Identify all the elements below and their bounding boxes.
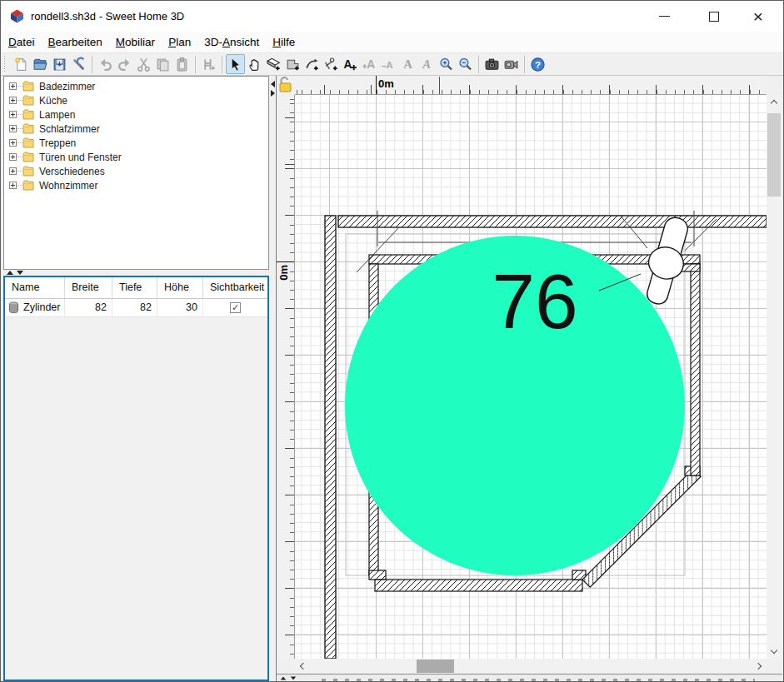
- plan-vertical-scrollbar[interactable]: [767, 95, 782, 659]
- furniture-catalog-tree[interactable]: BadezimmerKücheLampenSchlafzimmerTreppen…: [3, 76, 269, 270]
- menu-plan[interactable]: Plan: [162, 33, 197, 51]
- video-button[interactable]: [502, 54, 521, 74]
- scroll-right-button[interactable]: [752, 659, 767, 674]
- maximize-button[interactable]: [695, 1, 733, 32]
- horizontal-ruler: 0m: [295, 76, 767, 95]
- folder-icon: [22, 166, 34, 177]
- expand-plus-icon[interactable]: [9, 167, 17, 175]
- copy-icon: [155, 57, 171, 72]
- copy-button[interactable]: [153, 54, 172, 74]
- svg-text:A: A: [422, 57, 431, 71]
- column-header-höhe[interactable]: Höhe: [157, 277, 203, 298]
- column-header-breite[interactable]: Breite: [65, 277, 112, 298]
- room-label[interactable]: 76: [492, 258, 577, 345]
- split-collapse-down-icon[interactable]: [17, 271, 23, 275]
- close-button[interactable]: ×: [739, 1, 777, 32]
- catalog-category-lampen[interactable]: Lampen: [4, 107, 268, 122]
- add-text-button[interactable]: A: [341, 54, 360, 74]
- create-walls-button[interactable]: [264, 54, 283, 74]
- split-collapse-down-icon[interactable]: [291, 676, 296, 680]
- photo-button[interactable]: [482, 54, 502, 74]
- furniture-list-panel[interactable]: NameBreiteTiefeHöheSichtbarkeit Zylinder…: [3, 276, 269, 681]
- vertical-scroll-thumb[interactable]: [767, 113, 781, 197]
- minimize-button[interactable]: [645, 1, 683, 32]
- open-folder-button[interactable]: [31, 54, 50, 74]
- menu-datei[interactable]: Datei: [2, 33, 41, 51]
- horizontal-scroll-thumb[interactable]: [417, 660, 454, 673]
- tree-connector: [17, 185, 22, 186]
- chevron-right-icon: [755, 663, 762, 670]
- scroll-left-button[interactable]: [295, 659, 309, 674]
- italic-button[interactable]: A: [417, 54, 437, 74]
- split-collapse-up-icon[interactable]: [7, 271, 13, 275]
- paste-button[interactable]: [172, 54, 192, 74]
- cut-button[interactable]: [134, 54, 153, 74]
- menu-3d-ansicht[interactable]: 3D-Ansicht: [198, 33, 265, 51]
- category-label: Badezimmer: [39, 81, 95, 92]
- save-button[interactable]: [50, 54, 69, 74]
- furniture-table-header: NameBreiteTiefeHöheSichtbarkeit: [5, 277, 267, 299]
- scroll-down-button[interactable]: [767, 645, 782, 659]
- split-collapse-left-icon[interactable]: [271, 81, 275, 87]
- create-polylines-button[interactable]: [302, 54, 322, 74]
- catalog-category-türen-und-fenster[interactable]: Türen und Fenster: [4, 150, 268, 164]
- column-header-tiefe[interactable]: Tiefe: [112, 277, 157, 298]
- main-split-divider[interactable]: [269, 76, 276, 681]
- preferences-button[interactable]: [69, 54, 88, 74]
- split-collapse-right-icon[interactable]: [271, 90, 275, 97]
- visibility-checkbox[interactable]: ✓: [230, 302, 241, 313]
- create-rooms-button[interactable]: [283, 54, 302, 74]
- catalog-category-küche[interactable]: Küche: [4, 93, 268, 107]
- video-icon: [503, 57, 519, 72]
- add-furniture-button[interactable]: [199, 54, 218, 74]
- expand-plus-icon[interactable]: [9, 182, 17, 189]
- app-logo-icon: [10, 9, 24, 23]
- catalog-panel: BadezimmerKücheLampenSchlafzimmerTreppen…: [3, 76, 269, 681]
- maximize-icon: [709, 12, 719, 22]
- expand-plus-icon[interactable]: [9, 82, 17, 90]
- expand-plus-icon[interactable]: [9, 125, 17, 132]
- column-header-sichtbarkeit[interactable]: Sichtbarkeit: [203, 277, 267, 298]
- catalog-category-wohnzimmer[interactable]: Wohnzimmer: [4, 178, 268, 192]
- menu-mobiliar[interactable]: Mobiliar: [110, 33, 161, 51]
- new-file-icon: [13, 57, 29, 72]
- bold-button[interactable]: A: [398, 54, 417, 74]
- decrease-text-size-button[interactable]: A: [379, 54, 398, 74]
- column-header-name[interactable]: Name: [5, 277, 65, 298]
- pan-button[interactable]: [245, 54, 264, 74]
- create-dimensions-button[interactable]: [322, 54, 341, 74]
- floor-plan-canvas[interactable]: 76: [295, 95, 767, 659]
- toolbar-grip[interactable]: [3, 55, 7, 73]
- redo-button[interactable]: [115, 54, 134, 74]
- expand-plus-icon[interactable]: [9, 139, 17, 147]
- plan-horizontal-scrollbar[interactable]: [295, 659, 767, 674]
- undo-button[interactable]: [96, 54, 115, 74]
- expand-plus-icon[interactable]: [9, 97, 17, 104]
- title-bar[interactable]: rondell3.sh3d - Sweet Home 3D ×: [1, 1, 783, 32]
- help-button[interactable]: ?: [528, 54, 547, 74]
- undo-icon: [97, 57, 113, 72]
- scroll-up-button[interactable]: [767, 95, 782, 109]
- zoom-in-button[interactable]: [437, 54, 456, 74]
- catalog-category-schlafzimmer[interactable]: Schlafzimmer: [4, 122, 268, 136]
- menu-bar: DateiBearbeitenMobiliarPlan3D-AnsichtHil…: [1, 32, 783, 52]
- zoom-out-button[interactable]: [456, 54, 475, 74]
- split-collapse-up-icon[interactable]: [281, 676, 286, 680]
- tree-connector: [17, 171, 22, 172]
- expand-plus-icon[interactable]: [9, 111, 17, 118]
- expand-plus-icon[interactable]: [9, 153, 17, 161]
- depth-value: 82: [112, 299, 157, 316]
- furniture-row[interactable]: Zylinder828230✓: [5, 299, 267, 317]
- increase-text-size-button[interactable]: A: [360, 54, 379, 74]
- catalog-category-treppen[interactable]: Treppen: [4, 136, 268, 150]
- select-button[interactable]: [226, 54, 245, 74]
- new-file-button[interactable]: [12, 54, 31, 74]
- catalog-split-divider[interactable]: [3, 270, 269, 276]
- plan-3d-split-divider[interactable]: [277, 674, 782, 681]
- ruler-zero-tick: [376, 76, 377, 95]
- menu-bearbeiten[interactable]: Bearbeiten: [42, 33, 108, 51]
- catalog-category-badezimmer[interactable]: Badezimmer: [4, 79, 268, 93]
- catalog-category-verschiedenes[interactable]: Verschiedenes: [4, 164, 268, 178]
- visibility-cell: ✓: [203, 299, 267, 316]
- menu-hilfe[interactable]: Hilfe: [267, 33, 301, 51]
